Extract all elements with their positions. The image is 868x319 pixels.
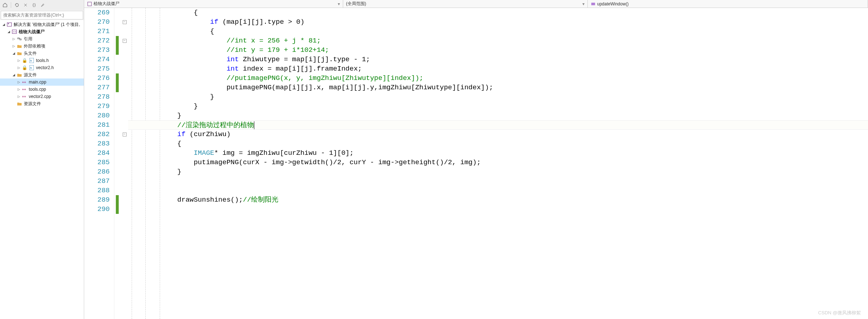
code-line[interactable]: //int y = 179 + i*102+14; xyxy=(128,45,868,55)
header-file[interactable]: ▷ 🔒 h tools.h xyxy=(0,57,84,64)
expand-icon[interactable]: ◢ xyxy=(12,73,16,77)
change-marker xyxy=(114,148,121,158)
expand-icon[interactable]: ▷ xyxy=(12,44,16,48)
fold-toggle xyxy=(121,27,128,36)
explorer-search[interactable] xyxy=(1,11,83,19)
code-line[interactable]: //int x = 256 + j * 81; xyxy=(128,36,868,45)
line-number: 286 xyxy=(84,167,110,176)
code-line[interactable]: putimagePNG(curX - img->getwidth()/2, cu… xyxy=(128,158,868,167)
fold-toggle[interactable]: − xyxy=(121,17,128,27)
code-line[interactable]: IMAGE* img = imgZhiwu[curZhiwu - 1][0]; xyxy=(128,148,868,158)
change-marker xyxy=(116,195,119,205)
code-line[interactable]: { xyxy=(128,139,868,148)
references-node[interactable]: ▷ 引用 xyxy=(0,35,84,42)
code-line[interactable] xyxy=(128,205,868,214)
code-line[interactable]: if (map[i][j].type > 0) xyxy=(128,17,868,27)
file-label: main.cpp xyxy=(29,80,46,85)
code-line[interactable]: } xyxy=(128,167,868,176)
wrench-icon[interactable] xyxy=(39,1,46,9)
code-content[interactable]: { if (map[i][j].type > 0) { //int x = 25… xyxy=(128,8,868,319)
change-marker xyxy=(114,92,121,102)
folder-icon xyxy=(17,72,22,78)
fold-toggle[interactable]: − xyxy=(121,130,128,139)
references-label: 引用 xyxy=(24,36,32,42)
line-number: 278 xyxy=(84,92,110,102)
line-number: 276 xyxy=(84,73,110,83)
code-line[interactable]: } xyxy=(128,111,868,120)
expand-icon[interactable]: ▷ xyxy=(12,37,16,41)
header-file[interactable]: ▷ 🔒 h vector2.h xyxy=(0,64,84,71)
external-deps-node[interactable]: ▷ 外部依赖项 xyxy=(0,42,84,50)
code-line[interactable]: drawSunshines();//绘制阳光 xyxy=(128,195,868,205)
refresh-icon[interactable] xyxy=(13,1,21,9)
svg-text:++: ++ xyxy=(22,95,26,99)
source-file[interactable]: ▷ ++ tools.cpp xyxy=(0,86,84,93)
solution-node[interactable]: ◢ 解决方案 '植物大战僵尸' (1 个项目, xyxy=(0,21,84,28)
expand-icon[interactable]: ▷ xyxy=(17,66,21,70)
line-number: 269 xyxy=(84,8,110,17)
fold-toggle xyxy=(121,148,128,158)
svg-rect-4 xyxy=(18,38,19,39)
explorer-toolbar: ⟨⟩ xyxy=(0,0,84,10)
resources-folder[interactable]: 资源文件 xyxy=(0,100,84,107)
lock-icon: 🔒 xyxy=(22,58,27,63)
sync-icon[interactable] xyxy=(22,1,29,9)
expand-icon[interactable]: ▷ xyxy=(17,80,21,84)
expand-icon[interactable]: ◢ xyxy=(1,22,6,27)
source-file[interactable]: ▷ ++ vector2.cpp xyxy=(0,93,84,100)
cpp-icon: ++ xyxy=(22,79,27,85)
headers-folder[interactable]: ◢ 头文件 xyxy=(0,50,84,57)
fold-toggle xyxy=(121,158,128,167)
h-file-icon: h xyxy=(29,58,35,63)
external-label: 外部依赖项 xyxy=(24,43,45,49)
line-number: 273 xyxy=(84,45,110,55)
code-line[interactable]: putimagePNG(map[i][j].x, map[i][j].y,img… xyxy=(128,83,868,92)
project-dropdown[interactable]: 植物大战僵尸 ▾ xyxy=(84,0,343,8)
code-line[interactable] xyxy=(128,176,868,186)
code-editor[interactable]: 2692702712722732742752762772782792802812… xyxy=(84,8,868,319)
h-file-icon: h xyxy=(29,65,35,71)
line-number: 271 xyxy=(84,27,110,36)
code-line[interactable]: //putimagePNG(x, y, imgZhiwu[Zhiwutype][… xyxy=(128,73,868,83)
code-line[interactable]: int Zhiwutype = map[i][j].type - 1; xyxy=(128,55,868,64)
spacer xyxy=(12,102,16,106)
code-line[interactable]: { xyxy=(128,27,868,36)
project-node[interactable]: ◢ ++ 植物大战僵尸 xyxy=(0,28,84,35)
change-marker xyxy=(114,111,121,120)
svg-text:++: ++ xyxy=(22,87,26,91)
change-marker xyxy=(114,55,121,64)
solution-tree: ◢ 解决方案 '植物大战僵尸' (1 个项目, ◢ ++ 植物大战僵尸 ▷ 引用… xyxy=(0,20,84,319)
fold-toggle xyxy=(121,205,128,214)
change-marker xyxy=(114,102,121,111)
sources-folder[interactable]: ◢ 源文件 xyxy=(0,71,84,78)
headers-label: 头文件 xyxy=(24,50,37,57)
solution-explorer: ⟨⟩ ◢ 解决方案 '植物大战僵尸' (1 个项目, ◢ ++ 植物大战僵尸 ▷ xyxy=(0,0,84,319)
project-icon: ++ xyxy=(12,29,17,35)
chevron-down-icon: ▾ xyxy=(582,1,585,6)
code-line[interactable]: int index = map[i][j].frameIndex; xyxy=(128,64,868,73)
expand-icon[interactable]: ◢ xyxy=(6,30,11,34)
fold-toggle xyxy=(121,8,128,17)
expand-icon[interactable]: ◢ xyxy=(12,51,16,55)
code-line[interactable]: if (curZhiwu) xyxy=(128,130,868,139)
search-input[interactable] xyxy=(3,13,81,18)
expand-icon[interactable]: ▷ xyxy=(17,94,21,99)
code-line[interactable]: } xyxy=(128,92,868,102)
line-number: 289 xyxy=(84,195,110,205)
home-icon[interactable] xyxy=(1,1,9,9)
code-line[interactable]: { xyxy=(128,8,868,17)
line-number: 270 xyxy=(84,17,110,27)
expand-icon[interactable]: ▷ xyxy=(17,58,21,63)
source-file-active[interactable]: ▷ ++ main.cpp xyxy=(0,78,84,86)
fold-toggle[interactable]: − xyxy=(121,36,128,45)
function-dropdown[interactable]: updateWindow() xyxy=(588,0,868,8)
code-line[interactable] xyxy=(128,186,868,195)
cpp-icon: ++ xyxy=(22,94,27,99)
scope-dropdown[interactable]: (全局范围) ▾ xyxy=(343,0,588,8)
expand-icon[interactable]: ▷ xyxy=(17,87,21,91)
code-line[interactable]: } xyxy=(128,102,868,111)
solution-icon xyxy=(6,22,12,27)
code-line[interactable]: //渲染拖动过程中的植物 xyxy=(128,120,868,130)
brackets-icon[interactable]: ⟨⟩ xyxy=(31,1,38,9)
line-number-gutter: 2692702712722732742752762772782792802812… xyxy=(84,8,114,319)
